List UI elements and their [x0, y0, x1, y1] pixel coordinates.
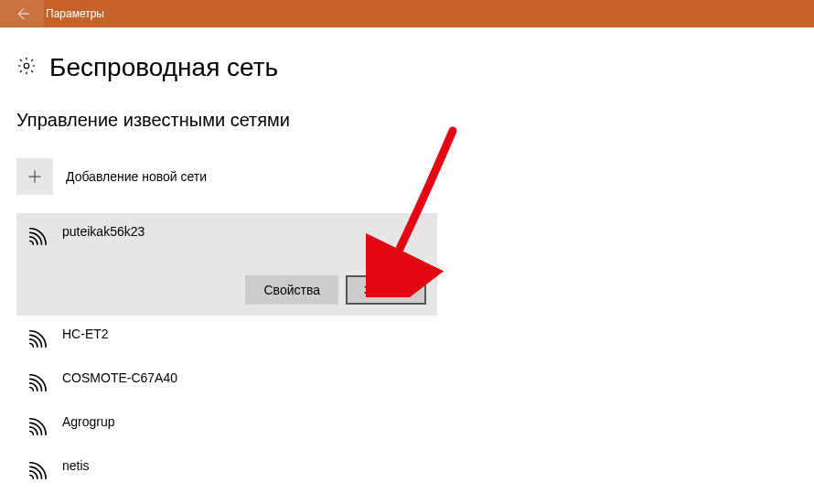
window-title: Параметры — [46, 7, 104, 20]
content: Беспроводная сеть Управление известными … — [0, 27, 814, 491]
wifi-icon — [24, 224, 49, 246]
network-name: netis — [62, 458, 90, 473]
add-network-label: Добавление новой сети — [66, 169, 207, 184]
wifi-icon — [24, 370, 49, 392]
network-name: puteikak56k23 — [62, 224, 145, 239]
wifi-icon — [24, 458, 49, 480]
network-item[interactable]: netis — [16, 447, 437, 491]
add-network-row[interactable]: Добавление новой сети — [16, 158, 798, 195]
arrow-left-icon — [14, 5, 30, 22]
network-name: HC-ET2 — [62, 327, 109, 341]
network-name: Agrogrup — [62, 414, 115, 429]
section-heading: Управление известными сетями — [16, 110, 798, 131]
plus-icon — [26, 167, 44, 186]
forget-button[interactable]: Забыть — [346, 275, 426, 305]
back-button[interactable] — [0, 0, 44, 27]
page-title: Беспроводная сеть — [49, 53, 278, 82]
properties-button[interactable]: Свойства — [245, 275, 337, 305]
network-name: COSMOTE-C67A40 — [62, 370, 177, 385]
wifi-icon — [24, 414, 49, 436]
wifi-icon — [24, 327, 49, 349]
network-list: puteikak56k23 Свойства Забыть HC-ET2 COS… — [16, 213, 437, 491]
page-header: Беспроводная сеть — [16, 53, 798, 82]
gear-icon — [16, 56, 37, 80]
network-item[interactable]: COSMOTE-C67A40 — [16, 359, 437, 403]
network-item-selected[interactable]: puteikak56k23 Свойства Забыть — [16, 213, 437, 316]
svg-point-0 — [24, 63, 29, 69]
titlebar: Параметры — [0, 0, 814, 27]
network-actions: Свойства Забыть — [24, 275, 430, 305]
add-tile[interactable] — [16, 158, 53, 195]
network-item[interactable]: Agrogrup — [16, 403, 437, 447]
network-item[interactable]: HC-ET2 — [16, 316, 437, 359]
